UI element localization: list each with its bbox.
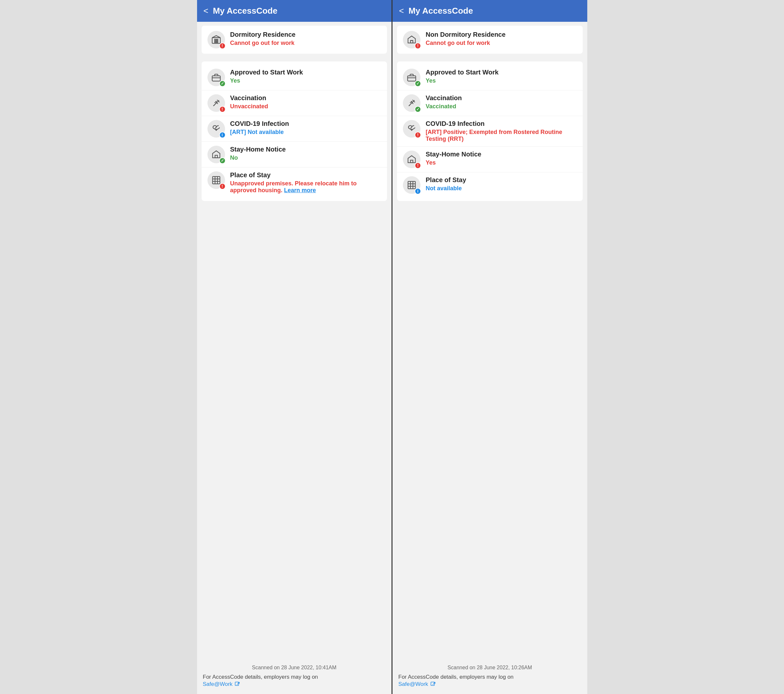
badge-red: ! — [415, 162, 421, 169]
item-title: COVID-19 Infection — [426, 120, 577, 127]
svg-rect-0 — [212, 38, 220, 44]
badge-red: ! — [219, 183, 226, 190]
item-text: Approved to Start Work Yes — [230, 69, 381, 84]
item-status: Unvaccinated — [230, 103, 381, 110]
icon-container: ✓ — [403, 94, 420, 112]
learn-more-link[interactable]: Learn more — [284, 187, 316, 193]
item-title: Vaccination — [426, 94, 577, 102]
card-row: ! Non Dormitory Residence Cannot go out … — [403, 31, 577, 48]
badge-red: ! — [415, 43, 421, 49]
icon-container: ! — [403, 31, 420, 48]
list-item: ! Place of Stay Unapproved premises. Ple… — [202, 167, 387, 198]
item-text: Stay-Home Notice No — [230, 146, 381, 161]
item-text: Vaccination Vaccinated — [426, 94, 577, 110]
top-card: ! Dormitory Residence Cannot go out for … — [202, 26, 387, 54]
list-item: i Place of Stay Not available — [397, 172, 583, 198]
svg-rect-6 — [212, 76, 220, 81]
list-item: ✓ Approved to Start Work Yes — [202, 65, 387, 90]
external-link-icon — [430, 681, 436, 687]
item-text: COVID-19 Infection [ART] Not available — [230, 120, 381, 135]
item-title: Dormitory Residence — [230, 31, 381, 38]
icon-container: ✓ — [208, 146, 225, 163]
list-item: ✓ Stay-Home Notice No — [202, 142, 387, 167]
screen-1: < My AccessCode ! Dormitory Residence Ca… — [197, 0, 393, 694]
item-title: Place of Stay — [230, 171, 381, 179]
badge-red: ! — [415, 132, 421, 138]
list-item: ✓ Vaccination Vaccinated — [397, 90, 583, 116]
header: < My AccessCode — [197, 0, 392, 22]
footer: Scanned on 28 June 2022, 10:41AM For Acc… — [197, 659, 392, 694]
item-title: COVID-19 Infection — [230, 120, 381, 127]
svg-rect-4 — [217, 41, 218, 43]
item-text: Place of Stay Unapproved premises. Pleas… — [230, 171, 381, 194]
list-item: ! Stay-Home Notice Yes — [397, 146, 583, 172]
items-card: ✓ Approved to Start Work Yes ! — [202, 61, 387, 201]
badge-green: ✓ — [415, 106, 421, 112]
item-text: COVID-19 Infection [ART] Positive; Exemp… — [426, 120, 577, 142]
safe-at-work-link[interactable]: Safe@Work — [203, 681, 233, 687]
item-status: Yes — [230, 77, 381, 84]
svg-rect-13 — [212, 176, 220, 184]
footer-info: For AccessCode details, employers may lo… — [399, 674, 581, 687]
icon-container: ! — [403, 120, 420, 138]
footer: Scanned on 28 June 2022, 10:26AM For Acc… — [392, 659, 587, 694]
svg-point-11 — [216, 129, 217, 130]
item-text: Dormitory Residence Cannot go out for wo… — [230, 31, 381, 46]
header-title: My AccessCode — [213, 6, 277, 16]
item-status: No — [230, 155, 381, 161]
icon-container: ! — [208, 31, 225, 48]
list-item: i COVID-19 Infection [ART] Not available — [202, 116, 387, 142]
badge-green: ✓ — [219, 80, 226, 87]
item-status: [ART] Not available — [230, 129, 381, 135]
item-status: [ART] Positive; Exempted from Rostered R… — [426, 129, 577, 142]
svg-rect-1 — [215, 40, 216, 41]
icon-container: ! — [208, 94, 225, 112]
svg-rect-26 — [410, 160, 413, 163]
badge-blue: i — [219, 132, 226, 138]
item-text: Place of Stay Not available — [426, 176, 577, 192]
icon-container: ✓ — [208, 69, 225, 86]
list-item: ✓ Approved to Start Work Yes — [397, 65, 583, 90]
svg-line-9 — [215, 102, 216, 104]
external-link-icon — [234, 681, 240, 687]
svg-rect-27 — [408, 181, 415, 189]
badge-red: ! — [219, 43, 226, 49]
item-title: Place of Stay — [426, 176, 577, 184]
icon-container: ! — [403, 150, 420, 168]
item-status: Vaccinated — [426, 103, 577, 110]
badge-green: ✓ — [415, 80, 421, 87]
footer-link-row: Safe@Work — [203, 681, 386, 687]
badge-blue: i — [415, 188, 421, 195]
item-title: Vaccination — [230, 94, 381, 102]
badge-red: ! — [219, 106, 226, 112]
item-status: Unapproved premises. Please relocate him… — [230, 180, 381, 194]
svg-point-25 — [411, 129, 412, 130]
scan-timestamp: Scanned on 28 June 2022, 10:26AM — [399, 665, 581, 671]
item-text: Stay-Home Notice Yes — [426, 150, 577, 166]
svg-rect-20 — [408, 76, 416, 81]
item-status: Yes — [426, 77, 577, 84]
footer-link-row: Safe@Work — [399, 681, 581, 687]
icon-container: i — [403, 176, 420, 194]
card-row: ! Dormitory Residence Cannot go out for … — [208, 31, 381, 48]
safe-at-work-link[interactable]: Safe@Work — [399, 681, 428, 687]
item-status: Cannot go out for work — [426, 40, 577, 46]
screens-wrapper: < My AccessCode ! Dormitory Residence Ca… — [197, 0, 587, 694]
scan-timestamp: Scanned on 28 June 2022, 10:41AM — [203, 665, 386, 671]
icon-container: ✓ — [403, 69, 420, 86]
header: < My AccessCode — [392, 0, 587, 22]
list-item: ! Vaccination Unvaccinated — [202, 90, 387, 116]
item-title: Non Dormitory Residence — [426, 31, 577, 38]
item-text: Approved to Start Work Yes — [426, 69, 577, 84]
back-button[interactable]: < — [399, 6, 404, 16]
item-text: Non Dormitory Residence Cannot go out fo… — [426, 31, 577, 46]
screen-2: < My AccessCode ! Non Dormitory Residenc… — [392, 0, 587, 694]
item-title: Approved to Start Work — [230, 69, 381, 76]
badge-green: ✓ — [219, 157, 226, 164]
top-card: ! Non Dormitory Residence Cannot go out … — [397, 26, 583, 54]
back-button[interactable]: < — [204, 6, 208, 16]
svg-line-23 — [410, 102, 411, 104]
item-status: Yes — [426, 159, 577, 166]
list-item: ! COVID-19 Infection [ART] Positive; Exe… — [397, 116, 583, 146]
item-text: Vaccination Unvaccinated — [230, 94, 381, 110]
